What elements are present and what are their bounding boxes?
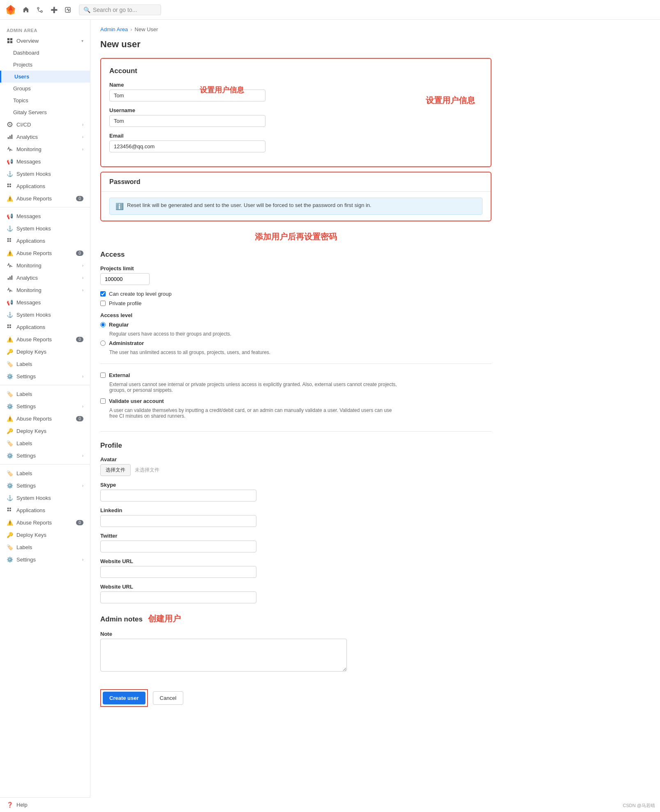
validate-desc: A user can validate themselves by inputt…: [109, 407, 397, 419]
key-icon2: 🔑: [7, 428, 13, 434]
website-url-input[interactable]: [100, 566, 256, 578]
skype-input[interactable]: [100, 490, 256, 501]
sidebar-item-topics[interactable]: Topics: [0, 94, 90, 106]
sidebar-deploykeys3-label: Deploy Keys: [16, 532, 46, 538]
administrator-option: Administrator The user has unlimited acc…: [100, 340, 492, 355]
breadcrumb-current: New User: [135, 26, 158, 32]
sidebar-labels-label: Labels: [16, 361, 32, 367]
sidebar-item-labels2[interactable]: 🏷️ Labels: [0, 388, 90, 400]
abuse-icon3: ⚠️: [7, 336, 13, 343]
name-label: Name: [109, 82, 482, 88]
nav-new-icon[interactable]: ➕: [49, 5, 58, 14]
sidebar-item-deploy-keys[interactable]: 🔑 Deploy Keys: [0, 345, 90, 358]
sidebar-item-system-hooks2[interactable]: ⚓ System Hooks: [0, 222, 90, 235]
sidebar-item-abuse-reports2[interactable]: ⚠️ Abuse Reports 0: [0, 247, 90, 259]
sidebar-item-analytics2[interactable]: Analytics ›: [0, 271, 90, 284]
create-user-button[interactable]: Create user: [103, 692, 145, 704]
file-choose-btn[interactable]: 选择文件: [100, 464, 131, 476]
applications-icon: [7, 183, 13, 189]
linkedin-input[interactable]: [100, 515, 256, 527]
svg-point-0: [37, 7, 39, 9]
svg-rect-22: [9, 324, 11, 326]
cancel-button[interactable]: Cancel: [153, 691, 183, 705]
sidebar-item-analytics[interactable]: Analytics ›: [0, 131, 90, 143]
breadcrumb-parent[interactable]: Admin Area: [100, 26, 128, 32]
sidebar-item-settings4[interactable]: ⚙️ Settings ›: [0, 479, 90, 492]
chevron-icon: ›: [82, 453, 83, 458]
projects-limit-group: Projects limit: [100, 265, 492, 285]
regular-label: Regular: [109, 322, 129, 328]
sidebar-item-monitoring2[interactable]: Monitoring ›: [0, 259, 90, 271]
nav-activity-icon[interactable]: [63, 5, 72, 14]
sidebar-item-settings5[interactable]: ⚙️ Settings ›: [0, 553, 90, 566]
svg-rect-13: [9, 186, 11, 187]
sidebar-abuse2-label: Abuse Reports: [16, 250, 52, 256]
cicd-icon: [7, 121, 13, 128]
sidebar-item-groups[interactable]: Groups: [0, 83, 90, 94]
sidebar-item-system-hooks4[interactable]: ⚓ System Hooks: [0, 492, 90, 504]
sidebar-item-labels[interactable]: 🏷️ Labels: [0, 358, 90, 370]
sidebar-item-projects[interactable]: Projects: [0, 59, 90, 71]
sidebar-item-cicd[interactable]: CI/CD ›: [0, 118, 90, 131]
sidebar-item-settings[interactable]: ⚙️ Settings ›: [0, 370, 90, 382]
sidebar-settings2-label: Settings: [16, 403, 36, 409]
projects-limit-input[interactable]: [100, 273, 150, 285]
administrator-radio[interactable]: [100, 340, 106, 346]
sidebar-item-messages[interactable]: 📢 Messages: [0, 155, 90, 168]
abuse-icon2: ⚠️: [7, 250, 13, 256]
note-textarea[interactable]: [100, 639, 347, 672]
nav-mr-icon[interactable]: [35, 5, 44, 14]
note-label: Note: [100, 631, 492, 637]
abuse-icon5: ⚠️: [7, 519, 13, 526]
validate-checkbox[interactable]: [100, 398, 106, 404]
nav-home-icon[interactable]: [21, 5, 30, 14]
sidebar-item-dashboard[interactable]: Dashboard: [0, 47, 90, 59]
projects-limit-label: Projects limit: [100, 265, 492, 271]
sidebar-item-applications3[interactable]: Applications: [0, 321, 90, 333]
divider2: [0, 385, 90, 385]
sidebar-item-help[interactable]: ❓ Help: [0, 797, 90, 812]
external-checkbox[interactable]: [100, 373, 106, 378]
sidebar-item-labels4[interactable]: 🏷️ Labels: [0, 467, 90, 479]
sidebar-item-users[interactable]: Users: [0, 71, 90, 83]
private-profile-checkbox[interactable]: [100, 301, 106, 306]
sidebar-item-applications4[interactable]: Applications: [0, 504, 90, 516]
website-url2-input[interactable]: [100, 591, 256, 603]
sidebar-item-settings2[interactable]: ⚙️ Settings ›: [0, 400, 90, 412]
can-create-group-checkbox[interactable]: [100, 291, 106, 297]
sidebar-item-labels5[interactable]: 🏷️ Labels: [0, 541, 90, 553]
chevron-icon: ›: [82, 135, 83, 139]
sidebar-item-messages2[interactable]: 📢 Messages: [0, 210, 90, 222]
sidebar-item-abuse-reports4[interactable]: ⚠️ Abuse Reports 0: [0, 412, 90, 425]
svg-rect-3: [7, 38, 9, 40]
svg-point-1: [41, 11, 42, 12]
sidebar-item-monitoring[interactable]: Monitoring ›: [0, 143, 90, 155]
search-bar[interactable]: 🔍 Search or go to...: [79, 5, 161, 15]
sidebar-item-abuse-reports3[interactable]: ⚠️ Abuse Reports 0: [0, 333, 90, 345]
sidebar-item-messages3[interactable]: 📢 Messages: [0, 296, 90, 308]
sidebar-item-monitoring3[interactable]: Monitoring ›: [0, 284, 90, 296]
sidebar-item-system-hooks[interactable]: ⚓ System Hooks: [0, 168, 90, 180]
sidebar-item-system-hooks3[interactable]: ⚓ System Hooks: [0, 308, 90, 321]
logo-icon[interactable]: [5, 4, 16, 16]
sidebar-item-settings3[interactable]: ⚙️ Settings ›: [0, 449, 90, 462]
sidebar-item-applications[interactable]: Applications: [0, 180, 90, 192]
sidebar-item-overview[interactable]: Overview ▾: [0, 35, 90, 47]
sidebar-item-abuse-reports[interactable]: ⚠️ Abuse Reports 0: [0, 192, 90, 205]
sidebar-item-abuse-reports5[interactable]: ⚠️ Abuse Reports 0: [0, 516, 90, 529]
twitter-input[interactable]: [100, 541, 256, 552]
password-info-box: ℹ️ Reset link will be generated and sent…: [109, 198, 482, 215]
regular-radio[interactable]: [100, 322, 106, 327]
sidebar-item-applications2[interactable]: Applications: [0, 235, 90, 247]
sidebar-systemhooks4-label: System Hooks: [16, 495, 51, 501]
username-input[interactable]: [109, 115, 265, 127]
email-input[interactable]: [109, 140, 265, 152]
sidebar-applications-label: Applications: [16, 183, 45, 189]
sidebar-item-labels3[interactable]: 🏷️ Labels: [0, 437, 90, 449]
svg-rect-12: [7, 186, 9, 187]
sidebar-item-gitaly[interactable]: Gitaly Servers: [0, 106, 90, 118]
top-bar-nav-icons: ➕: [21, 5, 72, 14]
sidebar-item-deploy-keys2[interactable]: 🔑 Deploy Keys: [0, 425, 90, 437]
sidebar-item-deploy-keys3[interactable]: 🔑 Deploy Keys: [0, 529, 90, 541]
sidebar-settings3-label: Settings: [16, 453, 36, 459]
